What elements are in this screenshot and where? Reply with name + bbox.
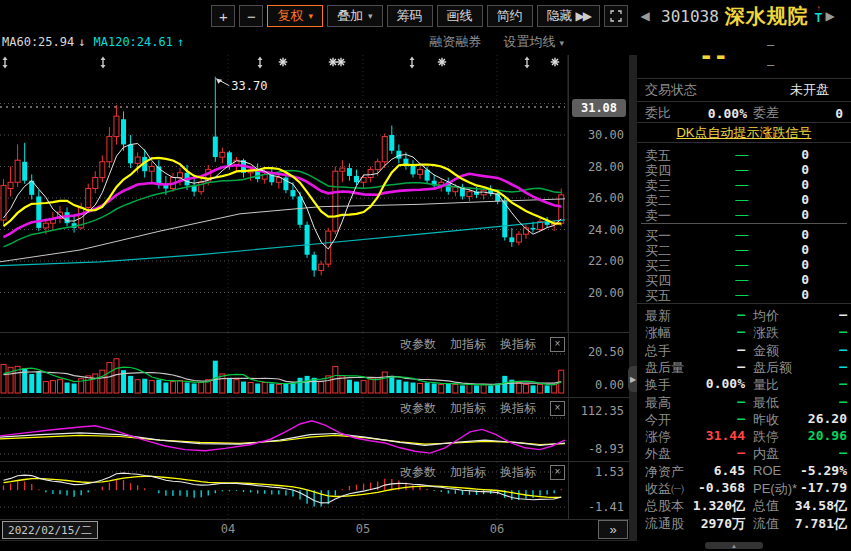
prev-stock-arrow[interactable]: ◀	[637, 9, 653, 23]
stat-value: —	[839, 376, 847, 391]
fullscreen-button[interactable]	[604, 5, 628, 27]
stat-value: —	[737, 342, 745, 357]
toolbar-button-复权[interactable]: 复权▾	[267, 5, 323, 27]
book-volume: 0	[801, 242, 809, 257]
close-pane-icon[interactable]: ×	[550, 337, 565, 352]
event-star-icon	[329, 58, 337, 66]
toolbar-button-叠加[interactable]: 叠加▾	[327, 5, 383, 27]
stat-label: 昨收	[753, 411, 779, 429]
stat-row: 涨幅—涨跌—	[637, 323, 851, 341]
pane-tool-加指标[interactable]: 加指标	[450, 464, 486, 481]
stat-label: 量比	[753, 376, 779, 394]
book-price: —	[725, 192, 759, 207]
stat-value: 26.20	[808, 411, 847, 426]
stat-row: 最高—最低—	[637, 393, 851, 411]
price-axis-label: 30.00	[568, 128, 624, 142]
stat-label: 最低	[753, 394, 779, 412]
panel-splitter[interactable]	[629, 55, 637, 540]
stat-value: 1.320亿	[693, 497, 745, 515]
pane-tool-换指标[interactable]: 换指标	[500, 464, 536, 481]
book-volume: 0	[801, 177, 809, 192]
pane-tool-加指标[interactable]: 加指标	[450, 336, 486, 353]
margin-trading-link[interactable]: 融资融券	[429, 33, 481, 51]
price-axis-label: 20.00	[568, 286, 624, 300]
next-stock-arrow[interactable]: ▶	[822, 9, 838, 23]
month-tick-04: 04	[213, 522, 243, 536]
stock-code: 301038	[661, 7, 719, 26]
stat-label: 跌停	[753, 428, 779, 446]
stat-row: 外盘—内盘—	[637, 444, 851, 462]
stat-value: -17.79	[800, 480, 847, 495]
dk-signal-link[interactable]: DK点自动提示涨跌信号	[637, 124, 851, 142]
t-trade-icon[interactable]: ↑T	[815, 7, 822, 25]
ask-row: 卖四—0	[637, 162, 851, 177]
stat-label: 涨停	[645, 428, 671, 446]
pane-tool-改参数[interactable]: 改参数	[400, 464, 436, 481]
stat-label: 总值	[753, 497, 779, 515]
button-label: +	[219, 8, 228, 25]
close-pane-icon[interactable]: ×	[550, 401, 565, 416]
ma120-value: MA120:24.61	[93, 35, 172, 49]
stat-label: 今开	[645, 411, 671, 429]
stat-label: 涨跌	[753, 324, 779, 342]
stat-row: 最新—均价—	[637, 306, 851, 324]
toolbar-button-隐藏[interactable]: 隐藏▶▶	[537, 5, 600, 27]
scroll-right-button[interactable]: »	[598, 520, 628, 539]
stat-label: 最高	[645, 394, 671, 412]
stat-label: 总股本	[645, 497, 684, 515]
indicator2-axis-max: 112.35	[568, 404, 624, 418]
stat-label: 盘后额	[753, 359, 792, 377]
toolbar-button-画线[interactable]: 画线	[437, 5, 483, 27]
dropdown-caret-icon: ▾	[368, 11, 373, 21]
book-volume: 0	[801, 287, 809, 302]
stat-row: 流通股2970万流值7.781亿	[637, 514, 851, 532]
ask-row: 卖三—0	[637, 177, 851, 192]
price-change: —	[767, 38, 774, 52]
book-price: —	[725, 287, 759, 302]
svg-text:33.70: 33.70	[231, 79, 267, 93]
price-axis-label: 24.00	[568, 223, 624, 237]
pane-tool-换指标[interactable]: 换指标	[500, 336, 536, 353]
month-tick-05: 05	[348, 522, 378, 536]
pane-tool-加指标[interactable]: 加指标	[450, 400, 486, 417]
book-price: —	[725, 257, 759, 272]
stat-row: 净资产6.45ROE-5.29%	[637, 462, 851, 480]
event-star-icon	[337, 58, 345, 66]
book-volume: 0	[801, 147, 809, 162]
stock-name: 深水规院	[725, 3, 809, 30]
indicator2-axis-min: -8.93	[568, 442, 624, 456]
stat-label: 流通股	[645, 515, 684, 533]
stat-label: 换手	[645, 376, 671, 394]
stat-value: —	[737, 307, 745, 322]
macd-axis-max: 1.53	[568, 465, 624, 479]
toolbar-button-+[interactable]: +	[211, 5, 235, 27]
stock-terminal: +−复权▾叠加▾筹码画线简约隐藏▶▶ MA60:25.94 ↓ MA120:24…	[0, 0, 851, 551]
dk-signal-row: DK点自动提示涨跌信号	[637, 125, 851, 141]
toolbar-button-−[interactable]: −	[239, 5, 263, 27]
stat-row: 今开—昨收26.20	[637, 410, 851, 428]
ma-indicator-row: MA60:25.94 ↓ MA120:24.61 ↑ 融资融券设置均线▾	[2, 33, 630, 51]
ma-settings-link[interactable]: 设置均线▾	[503, 33, 564, 51]
book-divider	[641, 223, 847, 224]
book-price: —	[725, 272, 759, 287]
price-axis-label: 22.00	[568, 254, 624, 268]
button-label: 画线	[447, 7, 473, 25]
pane-tool-换指标[interactable]: 换指标	[500, 400, 536, 417]
stat-label: 金额	[753, 342, 779, 360]
button-label: 简约	[497, 7, 523, 25]
stat-value: —	[737, 445, 745, 460]
stat-value: —	[839, 394, 847, 409]
close-pane-icon[interactable]: ×	[550, 465, 565, 480]
stat-value: —	[839, 307, 847, 322]
toolbar-button-简约[interactable]: 简约	[487, 5, 533, 27]
toolbar-button-筹码[interactable]: 筹码	[387, 5, 433, 27]
book-volume: 0	[801, 207, 809, 222]
trade-status-value: 未开盘	[790, 81, 829, 99]
panel-collapse-handle[interactable]: ▲	[705, 542, 763, 549]
stat-value: -0.368	[698, 480, 745, 495]
pane-tool-改参数[interactable]: 改参数	[400, 336, 436, 353]
pane-tool-改参数[interactable]: 改参数	[400, 400, 436, 417]
stat-value: —	[737, 411, 745, 426]
ma60-trend-arrow: ↓	[78, 35, 85, 49]
candlestick-chart[interactable]: 33.70	[0, 55, 630, 332]
